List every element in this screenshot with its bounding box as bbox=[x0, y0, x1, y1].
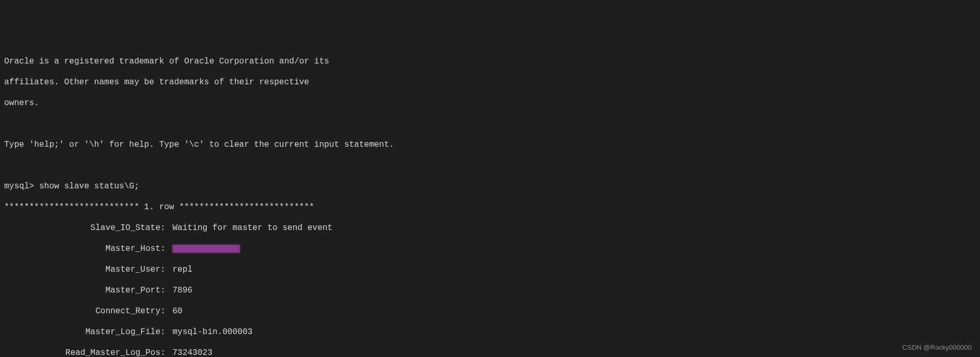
status-key: Slave_IO_State bbox=[4, 223, 160, 233]
row-header: *************************** 1. row *****… bbox=[4, 202, 976, 212]
terminal-output[interactable]: Oracle is a registered trademark of Orac… bbox=[4, 46, 976, 357]
status-key: Read_Master_Log_Pos bbox=[4, 348, 160, 357]
status-value: mysql-bin.000003 bbox=[172, 327, 253, 337]
status-row-master-port: Master_Port: 7896 bbox=[4, 285, 976, 296]
status-row-slave-io-state: Slave_IO_State: Waiting for master to se… bbox=[4, 223, 976, 233]
trademark-line-3: owners. bbox=[4, 98, 976, 108]
prompt-line: mysql> show slave status\G; bbox=[4, 181, 976, 192]
status-value: 7896 bbox=[172, 285, 192, 296]
blank-line bbox=[4, 160, 976, 171]
trademark-line-2: affiliates. Other names may be trademark… bbox=[4, 77, 976, 87]
status-value-redacted bbox=[172, 244, 240, 254]
status-row-master-log-file: Master_Log_File: mysql-bin.000003 bbox=[4, 327, 976, 337]
status-row-read-master-log-pos: Read_Master_Log_Pos: 73243023 bbox=[4, 348, 976, 357]
redacted-block bbox=[172, 245, 240, 253]
status-row-master-host: Master_Host: bbox=[4, 244, 976, 254]
help-line: Type 'help;' or '\h' for help. Type '\c'… bbox=[4, 139, 976, 150]
status-key: Connect_Retry bbox=[4, 306, 160, 316]
trademark-line-1: Oracle is a registered trademark of Orac… bbox=[4, 56, 976, 67]
status-key: Master_User bbox=[4, 264, 160, 275]
status-value: Waiting for master to send event bbox=[172, 223, 332, 233]
watermark: CSDN @Rocky000000 bbox=[902, 343, 972, 352]
status-row-connect-retry: Connect_Retry: 60 bbox=[4, 306, 976, 316]
blank-line bbox=[4, 119, 976, 129]
status-value: 73243023 bbox=[172, 348, 212, 357]
status-key: Master_Host bbox=[4, 244, 160, 254]
status-key: Master_Log_File bbox=[4, 327, 160, 337]
status-row-master-user: Master_User: repl bbox=[4, 264, 976, 275]
status-value: repl bbox=[172, 264, 192, 275]
status-key: Master_Port bbox=[4, 285, 160, 296]
status-value: 60 bbox=[172, 306, 182, 316]
